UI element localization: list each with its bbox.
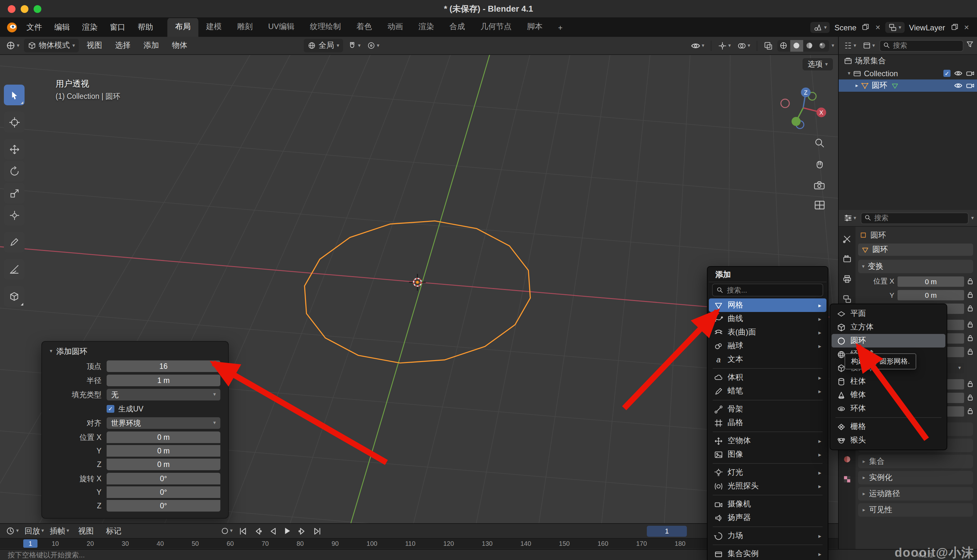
playback-menu[interactable]: 回放 ▾ xyxy=(23,524,46,538)
menu-edit[interactable]: 编辑 xyxy=(48,20,76,35)
pan-hand-button[interactable] xyxy=(814,159,825,172)
add-menu-item-speaker[interactable]: 扬声器 xyxy=(709,511,827,525)
tab-layout[interactable]: 布局 xyxy=(167,17,198,37)
viewlayer-browse-button[interactable]: ▾ xyxy=(885,22,905,33)
tab-animation[interactable]: 动画 xyxy=(380,17,411,37)
menu-add[interactable]: 添加 xyxy=(138,38,164,53)
lock-icon[interactable] xyxy=(967,335,973,342)
section-instancing[interactable]: ▸实例化 xyxy=(858,471,973,485)
selectability-checkbox[interactable]: ✓ xyxy=(944,70,950,77)
add-menu-item-light[interactable]: 灯光 ▸ xyxy=(709,466,827,479)
tab-tool[interactable] xyxy=(840,232,855,245)
add-menu-item-surface[interactable]: 表(曲)面 ▸ xyxy=(709,325,827,339)
outliner-search-input[interactable]: 搜索 xyxy=(879,40,964,52)
rotation-y-field[interactable]: 0° xyxy=(107,487,220,498)
add-workspace-button[interactable]: + xyxy=(550,19,570,37)
timeline-editor-type-button[interactable]: ▾ xyxy=(4,525,21,537)
lock-icon[interactable] xyxy=(967,321,973,328)
eye-icon[interactable] xyxy=(954,70,963,76)
scene-browse-button[interactable]: ▾ xyxy=(810,22,830,33)
transform-tool[interactable] xyxy=(4,205,25,225)
outliner-row-scene-collection[interactable]: 场景集合 xyxy=(839,55,977,67)
tab-sculpting[interactable]: 雕刻 xyxy=(229,17,260,37)
breadcrumb-object[interactable]: 圆环 xyxy=(870,230,886,241)
chevron-down-icon[interactable]: ▾ xyxy=(971,215,974,220)
mode-dropdown[interactable]: 物体模式 ▾ xyxy=(24,39,79,52)
xray-toggle-button[interactable] xyxy=(762,40,775,52)
shading-rendered-button[interactable] xyxy=(816,40,829,52)
scene-new-button[interactable] xyxy=(861,23,871,32)
menu-object[interactable]: 物体 xyxy=(167,38,193,53)
radius-field[interactable]: 1 m xyxy=(107,375,220,386)
gizmos-dropdown[interactable]: ▾ xyxy=(716,40,733,52)
outliner-editor-type-button[interactable]: ▾ xyxy=(842,40,858,51)
mesh-item-plane[interactable]: 平面 xyxy=(832,307,945,320)
rotate-tool[interactable] xyxy=(4,161,25,182)
annotate-tool[interactable] xyxy=(4,232,25,253)
shading-material-button[interactable] xyxy=(803,40,816,52)
lock-icon[interactable] xyxy=(967,278,973,285)
render-camera-icon[interactable] xyxy=(966,83,974,88)
transform-orientation-dropdown[interactable]: 全局 ▾ xyxy=(304,39,343,52)
operator-panel-header[interactable]: ▾ 添加圆环 xyxy=(50,344,220,358)
render-camera-icon[interactable] xyxy=(966,70,974,76)
select-box-tool[interactable] xyxy=(4,85,25,105)
mesh-item-cone[interactable]: 锥体 xyxy=(832,388,945,402)
add-menu-item-metaball[interactable]: 融球 ▸ xyxy=(709,339,827,353)
viewport-options-button[interactable]: 选项 ▾ xyxy=(802,58,833,70)
align-dropdown[interactable]: 世界环境 ▾ xyxy=(107,417,220,429)
menu-window[interactable]: 窗口 xyxy=(104,20,131,35)
expand-icon[interactable]: ▾ xyxy=(848,71,850,76)
play-reverse-button[interactable] xyxy=(266,526,279,536)
editor-type-button[interactable]: ▾ xyxy=(4,39,21,52)
outliner-row-circle-object[interactable]: ▸ 圆环 xyxy=(839,80,977,92)
vertices-field[interactable]: 16 xyxy=(107,360,220,372)
add-primitive-tool[interactable] xyxy=(4,286,25,307)
overlays-dropdown[interactable]: ▾ xyxy=(735,40,752,52)
scale-tool[interactable] xyxy=(4,183,25,203)
gizmo-y-dot[interactable] xyxy=(792,117,800,126)
add-menu-search-input[interactable]: 搜索... xyxy=(712,283,823,297)
viewlayer-name[interactable]: ViewLayer xyxy=(908,23,947,32)
tab-scripting[interactable]: 脚本 xyxy=(519,17,550,37)
menu-file[interactable]: 文件 xyxy=(21,20,48,35)
lock-icon[interactable] xyxy=(967,291,973,298)
properties-editor-type-button[interactable]: ▾ xyxy=(842,213,858,223)
timeline-view-menu[interactable]: 视图 xyxy=(73,523,99,538)
viewlayer-new-button[interactable] xyxy=(950,23,959,32)
outliner-display-mode-button[interactable]: ▾ xyxy=(861,40,877,51)
tab-compositing[interactable]: 合成 xyxy=(442,17,473,37)
move-tool[interactable] xyxy=(4,139,25,160)
expand-icon[interactable]: ▸ xyxy=(855,83,858,88)
jump-to-end-button[interactable] xyxy=(311,526,324,536)
tab-modeling[interactable]: 建模 xyxy=(198,17,229,37)
tab-geometry-nodes[interactable]: 几何节点 xyxy=(473,17,519,37)
mesh-item-torus[interactable]: 环体 xyxy=(832,402,945,415)
add-menu-item-collection-instance[interactable]: 集合实例 ▸ xyxy=(709,547,827,560)
add-menu-item-lattice[interactable]: 晶格 xyxy=(709,416,827,430)
snap-toggle-button[interactable]: ▾ xyxy=(346,40,362,52)
tab-output[interactable] xyxy=(840,272,855,285)
keying-menu[interactable]: 插帧 ▾ xyxy=(48,524,71,538)
show-hide-dropdown[interactable]: ▾ xyxy=(689,41,706,50)
add-menu-item-volume[interactable]: 体积 ▸ xyxy=(709,371,827,384)
add-menu-item-mesh[interactable]: 网格 ▸ xyxy=(709,298,827,312)
menu-view[interactable]: 视图 xyxy=(82,38,107,53)
mesh-item-grid[interactable]: 栅格 xyxy=(832,420,945,433)
generate-uv-checkbox[interactable]: ✓ 生成UV xyxy=(107,404,220,414)
section-visibility[interactable]: ▸可见性 xyxy=(858,503,973,517)
playhead-frame-indicator[interactable]: 1 xyxy=(23,539,37,548)
mesh-item-circle[interactable]: 圆环 xyxy=(832,334,945,347)
outliner-row-collection[interactable]: ▾ Collection ✓ xyxy=(839,67,977,80)
lock-icon[interactable] xyxy=(967,305,973,312)
jump-to-start-button[interactable] xyxy=(237,526,249,536)
lock-icon[interactable] xyxy=(967,394,973,401)
play-button[interactable] xyxy=(281,526,294,536)
lock-icon[interactable] xyxy=(967,380,973,388)
add-menu-item-force-field[interactable]: 力场 ▸ xyxy=(709,529,827,543)
tab-render[interactable] xyxy=(840,252,855,265)
mesh-item-cylinder[interactable]: 柱体 xyxy=(832,375,945,388)
add-menu-item-empty[interactable]: 空物体 ▸ xyxy=(709,434,827,448)
menu-help[interactable]: 帮助 xyxy=(132,20,159,35)
tab-texture-paint[interactable]: 纹理绘制 xyxy=(302,17,348,37)
